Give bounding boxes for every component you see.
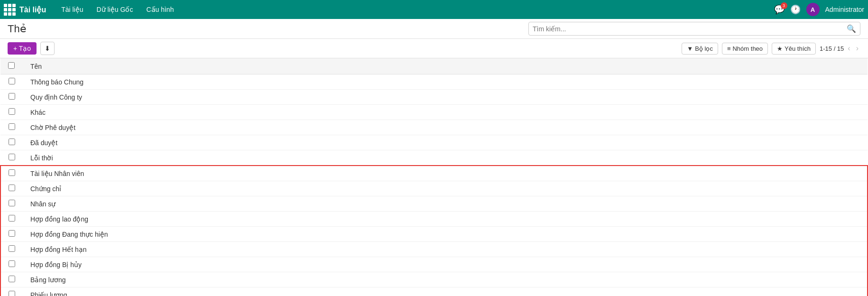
data-table: Tên Thông báo Chung Quy định Công ty Khá… (0, 58, 868, 296)
row-checkbox[interactable] (9, 200, 15, 206)
row-checkbox-cell (0, 135, 23, 150)
brand-name[interactable]: Tài liệu (19, 5, 46, 14)
table-body: Thông báo Chung Quy định Công ty Khác Ch… (0, 74, 868, 296)
row-name[interactable]: Chứng chỉ (23, 181, 868, 196)
row-checkbox[interactable] (9, 154, 15, 160)
row-checkbox-cell (0, 287, 23, 296)
row-checkbox[interactable] (9, 185, 15, 191)
table-row: Hợp đồng lao động (0, 212, 868, 227)
page-header: Thẻ 🔍 (0, 19, 868, 39)
clock-icon-button[interactable]: 🕐 (790, 4, 801, 15)
chat-icon-button[interactable]: 💬 3 (774, 4, 785, 15)
row-checkbox[interactable] (9, 93, 15, 100)
table-row: Chứng chỉ (0, 181, 868, 196)
pagination: 1-15 / 15 ‹ › (820, 43, 860, 54)
row-checkbox[interactable] (9, 215, 15, 222)
row-name[interactable]: Tài liệu Nhân viên (23, 166, 868, 181)
row-checkbox-cell (0, 74, 23, 90)
row-name[interactable]: Đã duyệt (23, 135, 868, 150)
top-navigation: Tài liệu Tài liệu Dữ liệu Gốc Cấu hình 💬… (0, 0, 868, 19)
upload-icon: ⬇ (45, 45, 50, 52)
table-row: Hợp đồng Hết hạn (0, 242, 868, 257)
select-all-checkbox[interactable] (8, 62, 15, 69)
row-name[interactable]: Khác (23, 105, 868, 120)
table-row: Phiếu lương (0, 287, 868, 296)
row-checkbox[interactable] (9, 123, 15, 130)
row-checkbox-cell (0, 90, 23, 105)
favorites-button[interactable]: ★ Yêu thích (772, 43, 816, 55)
row-name[interactable]: Bảng lương (23, 272, 868, 287)
row-name[interactable]: Hợp đồng Hết hạn (23, 242, 868, 257)
row-checkbox-cell (0, 150, 23, 166)
row-checkbox[interactable] (9, 291, 15, 296)
table-header-row: Tên (0, 58, 868, 74)
filter-button[interactable]: ▼ Bộ lọc (682, 43, 718, 55)
row-checkbox-cell (0, 272, 23, 287)
create-button[interactable]: + Tạo (8, 42, 37, 55)
table-row: Lỗi thời (0, 150, 868, 166)
table-row: Thông báo Chung (0, 74, 868, 90)
username[interactable]: Administrator (825, 6, 864, 13)
row-checkbox[interactable] (9, 139, 15, 145)
header-checkbox-cell (0, 58, 23, 74)
search-icon[interactable]: 🔍 (847, 24, 856, 33)
row-checkbox[interactable] (9, 260, 15, 267)
apps-icon[interactable] (4, 4, 16, 16)
table-row: Hợp đồng Bị hủy (0, 257, 868, 272)
row-checkbox[interactable] (9, 108, 15, 115)
table-row: Chờ Phê duyệt (0, 120, 868, 135)
chat-badge: 3 (781, 2, 787, 9)
menu-item-source-data[interactable]: Dữ liệu Gốc (91, 4, 139, 15)
row-checkbox-cell (0, 242, 23, 257)
avatar[interactable]: A (806, 3, 820, 16)
row-name[interactable]: Nhân sự (23, 196, 868, 212)
row-checkbox[interactable] (9, 230, 15, 237)
row-checkbox-cell (0, 166, 23, 181)
top-menu: Tài liệu Dữ liệu Gốc Cấu hình (55, 4, 179, 15)
pagination-prev[interactable]: ‹ (846, 43, 852, 54)
filter-icon: ▼ (687, 45, 693, 52)
table-row: Tài liệu Nhân viên (0, 166, 868, 181)
row-name[interactable]: Chờ Phê duyệt (23, 120, 868, 135)
table-row: Đã duyệt (0, 135, 868, 150)
row-checkbox-cell (0, 212, 23, 227)
row-checkbox-cell (0, 181, 23, 196)
star-icon: ★ (777, 45, 783, 52)
toolbar: + Tạo ⬇ ▼ Bộ lọc ≡ Nhóm theo ★ Yêu thích… (0, 39, 868, 58)
column-header-name: Tên (23, 58, 868, 74)
group-by-button[interactable]: ≡ Nhóm theo (722, 43, 768, 55)
row-name[interactable]: Hợp đồng Bị hủy (23, 257, 868, 272)
row-checkbox[interactable] (9, 78, 15, 84)
row-checkbox-cell (0, 105, 23, 120)
row-checkbox[interactable] (9, 169, 15, 176)
row-name[interactable]: Hợp đồng Đang thực hiện (23, 227, 868, 242)
table-row: Khác (0, 105, 868, 120)
row-checkbox-cell (0, 120, 23, 135)
row-name[interactable]: Lỗi thời (23, 150, 868, 166)
topnav-right: 💬 3 🕐 A Administrator (774, 3, 864, 16)
row-name[interactable]: Phiếu lương (23, 287, 868, 296)
upload-button[interactable]: ⬇ (40, 42, 55, 55)
table-row: Nhân sự (0, 196, 868, 212)
search-container: 🔍 (528, 22, 860, 36)
menu-item-documents[interactable]: Tài liệu (55, 4, 89, 15)
pagination-text: 1-15 / 15 (820, 45, 844, 52)
table-row: Quy định Công ty (0, 90, 868, 105)
row-checkbox-cell (0, 227, 23, 242)
search-input[interactable] (533, 25, 847, 33)
row-name[interactable]: Thông báo Chung (23, 74, 868, 90)
row-checkbox[interactable] (9, 245, 15, 252)
row-name[interactable]: Hợp đồng lao động (23, 212, 868, 227)
page-title: Thẻ (8, 23, 27, 35)
toolbar-filters: ▼ Bộ lọc ≡ Nhóm theo ★ Yêu thích (682, 43, 816, 55)
row-checkbox[interactable] (9, 276, 15, 282)
table-row: Bảng lương (0, 272, 868, 287)
menu-item-config[interactable]: Cấu hình (140, 4, 179, 15)
group-icon: ≡ (727, 45, 731, 52)
row-checkbox-cell (0, 257, 23, 272)
table-row: Hợp đồng Đang thực hiện (0, 227, 868, 242)
pagination-next[interactable]: › (854, 43, 860, 54)
row-name[interactable]: Quy định Công ty (23, 90, 868, 105)
row-checkbox-cell (0, 196, 23, 212)
